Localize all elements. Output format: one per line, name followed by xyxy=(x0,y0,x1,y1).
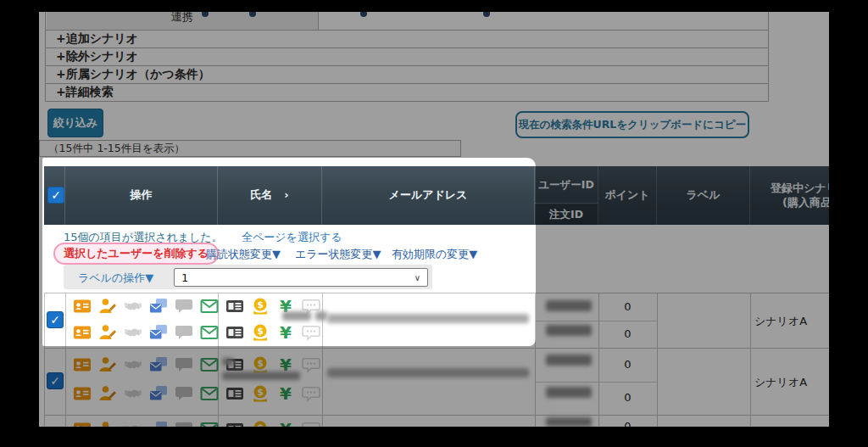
sort-chevron-icon[interactable]: › xyxy=(284,188,288,202)
delete-selected-users-button[interactable]: 選択したユーザーを削除する xyxy=(53,243,219,265)
header-label: 注文ID xyxy=(549,208,583,221)
row-checkbox[interactable]: ✓ xyxy=(47,372,64,389)
header-scenario[interactable]: 登録中シナリオ (購入商品) xyxy=(750,166,829,225)
profile-card-icon[interactable] xyxy=(73,323,92,342)
payment-coin-icon[interactable]: $ xyxy=(251,323,270,342)
expiry-change-dropdown[interactable]: 有効期限の変更▼ xyxy=(392,247,477,262)
blurred-order-id xyxy=(546,325,592,336)
mail-icon[interactable] xyxy=(200,384,219,403)
header-label-col[interactable]: ラベル xyxy=(657,166,750,225)
header-name[interactable]: 氏名 › xyxy=(218,166,322,225)
row-checkbox[interactable]: ✓ xyxy=(47,311,64,328)
delete-label: 選択したユーザーを削除する xyxy=(64,246,209,261)
row-divider xyxy=(44,293,829,293)
accordion-section-exclude-scenario[interactable]: +除外シナリオ xyxy=(46,48,768,66)
header-email[interactable]: メールアドレス xyxy=(322,166,535,225)
subscription-status-dropdown[interactable]: 購読状態変更▼ xyxy=(206,247,281,262)
detail-card-icon[interactable] xyxy=(225,297,244,316)
checkmark-icon: ✓ xyxy=(51,188,61,202)
blurred-name xyxy=(282,311,311,321)
subrow-divider xyxy=(535,382,657,383)
comment-dots-icon[interactable] xyxy=(302,384,320,403)
forward-mail-icon[interactable] xyxy=(149,384,168,403)
row-action-icons-bottom: $ ¥ xyxy=(73,384,320,403)
chat-bubble-icon[interactable] xyxy=(175,297,193,316)
mail-icon[interactable] xyxy=(200,420,219,427)
checkmark-icon: ✓ xyxy=(50,374,60,388)
profile-card-icon[interactable] xyxy=(73,420,92,427)
profile-card-icon[interactable] xyxy=(73,384,92,403)
edit-user-icon[interactable] xyxy=(98,323,117,342)
svg-text:$: $ xyxy=(257,387,264,398)
chat-bubble-icon[interactable] xyxy=(175,355,193,374)
scenario-value: シナリオA xyxy=(754,314,807,329)
blurred-name xyxy=(222,372,300,380)
mail-icon[interactable] xyxy=(200,323,219,342)
header-user-id[interactable]: ユーザーID xyxy=(535,166,598,204)
header-label: メールアドレス xyxy=(389,188,468,202)
svg-text:$: $ xyxy=(257,358,264,369)
radio-dot-icon[interactable] xyxy=(483,12,490,17)
header-points[interactable]: ポイント xyxy=(598,166,657,225)
header-order-id[interactable]: 注文ID xyxy=(535,204,598,225)
profile-card-icon[interactable] xyxy=(73,297,92,316)
radio-dot-icon[interactable] xyxy=(360,12,367,17)
mail-icon[interactable] xyxy=(200,297,219,316)
detail-card-icon[interactable] xyxy=(225,384,244,403)
handshake-icon[interactable] xyxy=(124,297,142,316)
detail-card-icon[interactable] xyxy=(225,323,244,342)
accordion-label: +詳細検索 xyxy=(56,85,114,100)
edit-user-icon[interactable] xyxy=(98,297,117,316)
handshake-icon[interactable] xyxy=(124,420,142,427)
forward-mail-icon[interactable] xyxy=(149,297,168,316)
accordion-section-belong-scenario[interactable]: +所属シナリオ（かつ条件） xyxy=(46,66,768,84)
yen-icon[interactable]: ¥ xyxy=(276,323,295,342)
forward-mail-icon[interactable] xyxy=(149,355,168,374)
select-all-pages-link[interactable]: 全ページを選択する xyxy=(242,230,342,245)
svg-text:$: $ xyxy=(257,422,264,427)
accordion-section-detail-search[interactable]: +詳細検索 xyxy=(46,84,768,102)
chat-bubble-icon[interactable] xyxy=(175,323,193,342)
blurred-email xyxy=(327,314,529,323)
detail-card-icon[interactable] xyxy=(225,420,244,427)
payment-coin-icon[interactable]: $ xyxy=(251,384,270,403)
column-divider xyxy=(657,293,658,427)
payment-coin-icon[interactable]: $ xyxy=(251,420,270,427)
svg-text:¥: ¥ xyxy=(280,420,292,427)
blurred-name xyxy=(222,358,234,366)
copy-search-url-button[interactable]: 現在の検索条件URLをクリップボードにコピー xyxy=(515,111,749,138)
renkei-label: 連携 xyxy=(171,12,193,25)
header-operation[interactable]: 操作 xyxy=(65,166,218,225)
chat-bubble-icon[interactable] xyxy=(175,420,193,427)
svg-text:¥: ¥ xyxy=(280,323,292,342)
forward-mail-icon[interactable] xyxy=(149,420,168,427)
handshake-icon[interactable] xyxy=(124,323,142,342)
select-all-checkbox[interactable]: ✓ xyxy=(47,187,64,204)
label-operations-dropdown[interactable]: ラベルの操作▼ xyxy=(78,271,153,286)
yen-icon[interactable]: ¥ xyxy=(276,384,295,403)
row-action-icons-bottom: $ ¥ xyxy=(73,323,320,342)
error-status-dropdown[interactable]: エラー状態変更▼ xyxy=(295,247,381,262)
handshake-icon[interactable] xyxy=(124,384,142,403)
edit-user-icon[interactable] xyxy=(98,384,117,403)
payment-coin-icon[interactable]: $ xyxy=(251,297,270,316)
edit-user-icon[interactable] xyxy=(98,420,117,427)
yen-icon[interactable]: ¥ xyxy=(276,420,295,427)
blurred-user-id xyxy=(546,355,592,366)
blurred-user-id xyxy=(546,300,592,311)
profile-card-icon[interactable] xyxy=(73,355,92,374)
accordion-section-add-scenario[interactable]: +追加シナリオ xyxy=(46,31,768,48)
comment-dots-icon[interactable] xyxy=(302,355,320,374)
mail-icon[interactable] xyxy=(200,355,219,374)
header-label: ポイント xyxy=(604,188,649,202)
search-form-partial-row: 連携 xyxy=(46,12,768,31)
edit-user-icon[interactable] xyxy=(98,355,117,374)
label-select[interactable]: 1 ∨ xyxy=(174,268,428,287)
filter-button[interactable]: 絞り込み xyxy=(47,109,103,137)
comment-dots-icon[interactable] xyxy=(302,420,320,427)
forward-mail-icon[interactable] xyxy=(149,323,168,342)
handshake-icon[interactable] xyxy=(124,355,142,374)
row-action-icons-top: $ ¥ xyxy=(73,420,320,427)
comment-dots-icon[interactable] xyxy=(302,323,320,342)
chat-bubble-icon[interactable] xyxy=(175,384,193,403)
